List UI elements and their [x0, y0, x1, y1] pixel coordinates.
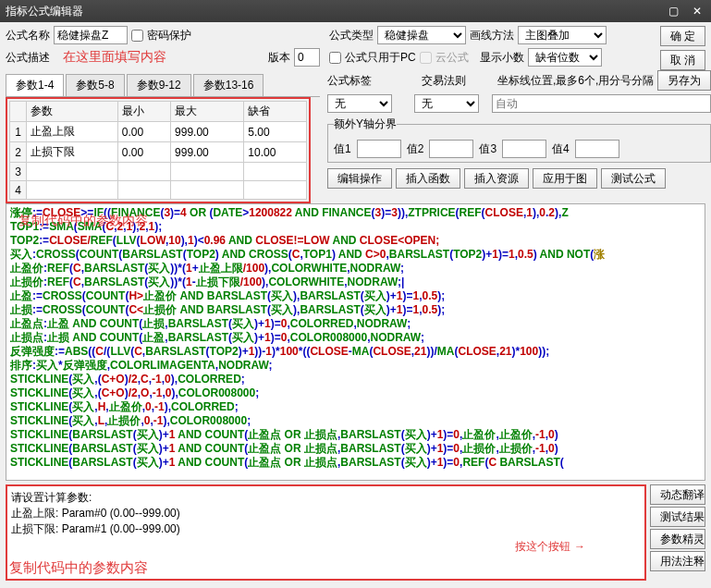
cloud-checkbox [420, 52, 432, 64]
cloud-label: 云公式 [435, 50, 469, 66]
v2-input[interactable] [429, 140, 473, 158]
side-btn-3[interactable]: 用法注释 [650, 551, 705, 571]
param-col-header: 缺省 [244, 102, 307, 122]
toolbar-btn-2[interactable]: 插入资源 [464, 168, 529, 189]
formula-name-label: 公式名称 [6, 28, 50, 43]
formula-name-input[interactable] [54, 26, 128, 44]
param-col-header: 最小 [117, 102, 170, 122]
draw-select[interactable]: 主图叠加 [518, 26, 607, 44]
v1-label: 值1 [334, 141, 351, 157]
msg-line1: 请设置计算参数: [11, 490, 641, 506]
table-row: 1止盈上限0.00999.005.00 [10, 122, 307, 142]
msg-annotation: 复制代码中的参数内容 [9, 559, 148, 577]
pc-only-checkbox[interactable] [329, 52, 341, 64]
v3-input[interactable] [502, 140, 546, 158]
param-tab-0[interactable]: 参数1-4 [6, 74, 64, 96]
tag-select[interactable]: 无 [327, 94, 392, 113]
pwd-checkbox[interactable] [131, 30, 143, 42]
param-tab-1[interactable]: 参数5-8 [66, 74, 124, 96]
param-tabs: 参数1-4参数5-8参数9-12参数13-16 [6, 74, 320, 97]
close-icon[interactable]: ✕ [689, 4, 705, 18]
desc-label: 公式描述 [6, 50, 50, 66]
toolbar-btn-1[interactable]: 插入函数 [396, 168, 460, 189]
v2-label: 值2 [407, 141, 424, 157]
coord-label: 坐标线位置,最多6个,用分号分隔 [497, 73, 654, 89]
pwd-label: 密码保护 [147, 28, 191, 43]
cancel-button[interactable]: 取 消 [660, 50, 705, 70]
param-tab-3[interactable]: 参数13-16 [193, 74, 264, 96]
window-title: 指标公式编辑器 [6, 4, 83, 19]
table-row: 3 [10, 163, 307, 181]
extray-label: 额外Y轴分界 [334, 116, 397, 132]
side-btn-1[interactable]: 测试结果 [650, 507, 705, 527]
side-btn-2[interactable]: 参数精灵 [650, 529, 705, 549]
button-annotation: 按这个按钮 → [515, 538, 585, 555]
dec-label: 显示小数 [480, 50, 524, 66]
param-col-header: 最大 [171, 102, 244, 122]
toolbar-btn-0[interactable]: 编辑操作 [327, 168, 392, 189]
coord-input[interactable] [492, 94, 711, 113]
v4-label: 值4 [552, 141, 570, 157]
side-btn-0[interactable]: 动态翻译 [650, 484, 705, 505]
version-input[interactable] [294, 48, 320, 67]
tag-label: 公式标签 [327, 73, 372, 89]
draw-label: 画线方法 [470, 28, 514, 43]
ok-button[interactable]: 确 定 [660, 26, 705, 46]
table-row: 2止损下限0.00999.0010.00 [10, 142, 307, 163]
v3-label: 值3 [479, 141, 496, 157]
version-label: 版本 [268, 50, 290, 66]
message-box: 请设置计算参数: 止盈上限: Param#0 (0.00--999.00) 止损… [6, 484, 646, 581]
law-label: 交易法则 [422, 73, 466, 89]
saveas-button[interactable]: 另存为 [657, 70, 711, 91]
v1-input[interactable] [357, 140, 401, 158]
msg-line3: 止损下限: Param#1 (0.00--999.00) [11, 521, 641, 537]
type-select[interactable]: 稳健操盘 [377, 26, 466, 44]
dec-select[interactable]: 缺省位数 [528, 48, 602, 67]
toolbar-btn-3[interactable]: 应用于图 [533, 168, 597, 189]
titlebar: 指标公式编辑器 ▢ ✕ [0, 0, 711, 22]
msg-line2: 止盈上限: Param#0 (0.00--999.00) [11, 506, 641, 521]
v4-input[interactable] [575, 140, 619, 158]
desc-hint-annotation: 在这里面填写内容 [63, 49, 166, 66]
param-tab-2[interactable]: 参数9-12 [127, 74, 191, 96]
minimize-icon[interactable]: ▢ [665, 4, 681, 18]
toolbar-btn-4[interactable]: 测试公式 [601, 168, 666, 189]
law-select[interactable]: 无 [414, 94, 479, 113]
pc-only-label: 公式只用于PC [345, 50, 416, 66]
param-col-header: 参数 [27, 102, 118, 122]
code-editor[interactable]: 涨停:=CLOSE>=IF((FINANCE(3)=4 OR (DATE>120… [6, 203, 705, 481]
table-row: 4 [10, 181, 307, 200]
param-table: 参数最小最大缺省 1止盈上限0.00999.005.002止损下限0.00999… [9, 101, 307, 200]
type-label: 公式类型 [329, 28, 374, 43]
